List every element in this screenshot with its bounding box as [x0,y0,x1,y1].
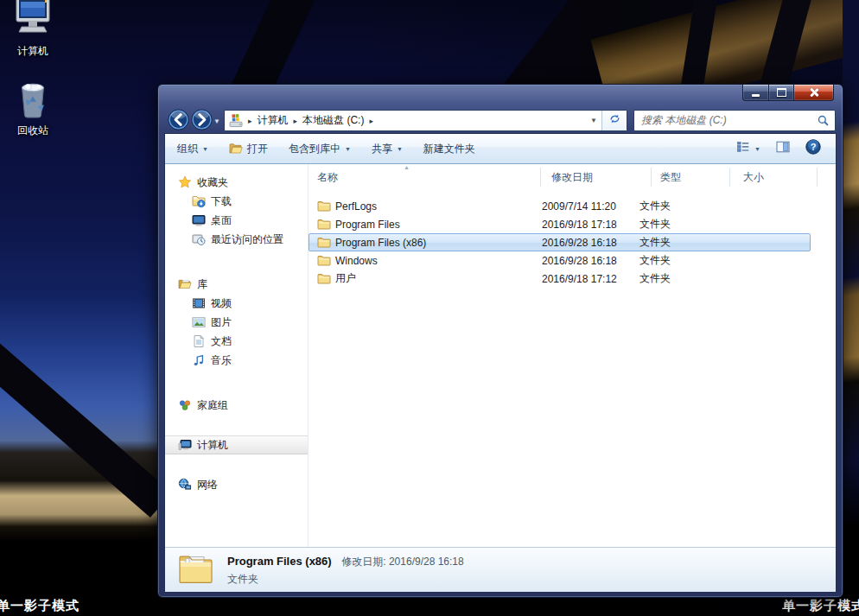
help-button[interactable]: ? [801,137,825,161]
sidebar-item-label: 最近访问的位置 [211,232,283,247]
sidebar-item-label: 计算机 [197,438,228,453]
sidebar-item-network[interactable]: 网络 [165,475,308,494]
file-row[interactable]: PerfLogs2009/7/14 11:20文件夹 [309,197,811,215]
share-button[interactable]: 共享▼ [363,138,411,159]
toolbar-right: ▼? [725,137,825,161]
back-button[interactable] [168,109,189,130]
breadcrumb-separator-icon: ▸ [364,117,379,125]
sidebar-item-desktop[interactable]: 桌面 [165,211,308,230]
chevron-down-icon: ▼ [202,146,208,152]
folder-icon [177,552,215,590]
column-header-type[interactable]: 类型 [652,168,730,187]
new-folder-button[interactable]: 新建文件夹 [415,138,484,159]
sidebar-item-documents[interactable]: 文档 [165,332,308,351]
address-bar[interactable]: ▸计算机▸本地磁盘 (C:)▸ ▼ [224,110,627,131]
sidebar-item-homegroup[interactable]: 家庭组 [165,396,308,415]
refresh-icon [608,112,621,129]
sidebar-item-music[interactable]: 音乐 [165,351,308,370]
file-type-cell: 文件夹 [631,217,700,232]
open-button[interactable]: 打开 [220,138,277,159]
sidebar-group-libraries: 库视频图片文档音乐 [165,275,308,370]
sidebar-item-favorites[interactable]: 收藏夹 [165,173,308,192]
forward-arrow-icon [191,118,213,133]
details-file-name: Program Files (x86) [227,555,332,568]
sidebar-item-label: 桌面 [211,213,232,228]
chevron-down-icon: ▼ [345,146,351,152]
desktop-icon-recycle-bin[interactable]: 回收站 [0,78,66,138]
pictures-icon [191,315,206,329]
refresh-button[interactable] [601,111,627,130]
file-date-cell: 2009/7/14 11:20 [531,200,631,213]
file-row[interactable]: Program Files2016/9/18 17:18文件夹 [309,215,811,233]
breadcrumb: ▸计算机▸本地磁盘 (C:)▸ [225,111,586,130]
column-header-date-modified[interactable]: 修改日期 [541,168,652,187]
network-icon [177,478,192,492]
folder-icon [317,272,331,286]
forward-button[interactable] [191,109,213,130]
sidebar-item-libraries[interactable]: 库 [165,275,308,294]
recycle-bin-icon [0,78,66,122]
sidebar-item-videos[interactable]: 视频 [165,294,308,313]
file-date-cell: 2016/9/18 17:12 [531,273,631,285]
breadcrumb-computer[interactable]: 计算机 [258,113,289,128]
new-folder-label: 新建文件夹 [423,142,475,156]
file-name-cell: 用户 [309,271,531,286]
maximize-button[interactable] [769,85,793,101]
sidebar-item-downloads[interactable]: h d="M1 4.2V3.1q0-.6.6-.6h4L7 4.1h7.4q.6… [165,192,308,211]
desktop-icon-label: 回收站 [17,124,48,137]
include-in-library-button[interactable]: 包含到库中▼ [280,138,360,159]
folder-icon [317,200,331,213]
recent-places-icon [191,232,206,246]
close-button[interactable] [793,85,834,101]
sidebar-item-label: 音乐 [211,353,232,368]
minimize-button[interactable] [742,85,769,101]
sidebar-item-pictures[interactable]: 图片 [165,313,308,332]
address-dropdown-icon[interactable]: ▼ [586,117,601,124]
preview-pane-button[interactable] [772,137,794,160]
organize-button[interactable]: 组织▼ [169,138,217,159]
column-header-label: 名称 [317,170,338,185]
organize-label: 组织 [177,142,198,156]
desktop-icon-label: 计算机 [17,45,48,57]
breadcrumb-separator-icon: ▸ [243,117,258,125]
sidebar-item-recent-places[interactable]: 最近访问的位置 [165,230,308,249]
computer-icon [177,438,192,452]
file-name: Program Files (x86) [335,237,426,249]
file-name-cell: Windows [309,254,531,268]
file-name-cell: Program Files (x86) [309,236,531,250]
sidebar-group-homegroup: 家庭组 [165,396,308,415]
file-row[interactable]: Program Files (x86)2016/9/28 16:18文件夹 [309,233,811,251]
column-header-label: 类型 [660,170,681,185]
file-rows: PerfLogs2009/7/14 11:20文件夹Program Files2… [309,197,836,288]
title-bar[interactable] [158,85,843,106]
sidebar-item-computer[interactable]: 计算机 [165,435,308,454]
sidebar-item-label: 网络 [197,478,218,492]
navigation-pane: 收藏夹h d="M1 4.2V3.1q0-.6.6-.6h4L7 4.1h7.4… [165,164,309,548]
folder-icon [317,236,331,250]
share-label: 共享 [372,142,392,156]
search-input[interactable]: 搜索 本地磁盘 (C:) [633,110,836,131]
desktop-icon-computer[interactable]: 计算机 [0,0,66,59]
folder-open-icon [229,142,243,156]
file-type-cell: 文件夹 [631,235,700,250]
file-name: Program Files [335,219,400,231]
folder-icon [317,218,331,232]
sort-ascending-icon: ▲ [404,164,410,170]
folder-icon [317,254,331,268]
recent-pages-dropdown[interactable]: ▼ [213,117,220,125]
homegroup-icon [177,398,192,412]
file-row[interactable]: 用户2016/9/18 17:12文件夹 [309,270,811,288]
column-header-name[interactable]: ▲名称 [309,168,541,187]
column-header-size[interactable]: 大小 [730,168,818,187]
breadcrumb-local-disk-c[interactable]: 本地磁盘 (C:) [302,113,364,128]
folder-download-icon: h d="M1 4.2V3.1q0-.6.6-.6h4L7 4.1h7.4q.6… [191,194,206,208]
drive-icon [229,114,243,128]
file-name: Windows [335,255,378,267]
file-row[interactable]: Windows2016/9/28 16:18文件夹 [309,251,811,270]
views-button[interactable]: ▼ [732,137,765,160]
sidebar-item-label: 视频 [211,296,232,311]
details-file-type: 文件夹 [227,572,258,587]
svg-text:?: ? [811,142,817,152]
shadow-mode-text-right: 单一影子模式 [782,598,859,614]
preview-pane-icon [776,140,790,157]
